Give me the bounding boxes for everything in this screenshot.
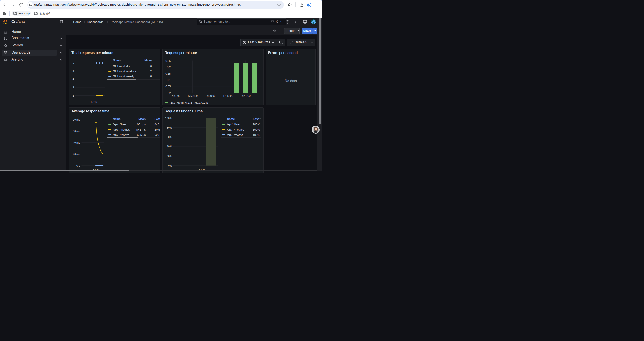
svg-text:4: 4	[72, 78, 74, 81]
svg-text:2: 2	[72, 94, 74, 97]
svg-text:40 ms: 40 ms	[73, 141, 80, 144]
svg-text:0.2: 0.2	[167, 66, 170, 69]
svg-text:17:38:00: 17:38:00	[188, 94, 198, 97]
svg-text:5: 5	[72, 69, 74, 72]
svg-text:0.05: 0.05	[166, 85, 171, 88]
svg-text:0: 0	[169, 91, 170, 94]
svg-text:17:41:00: 17:41:00	[240, 94, 250, 97]
svg-text:17:40: 17:40	[90, 101, 97, 104]
svg-text:3: 3	[72, 86, 74, 89]
svg-text:0 s: 0 s	[76, 164, 80, 167]
svg-text:17:40:00: 17:40:00	[223, 94, 233, 97]
svg-text:0%: 0%	[168, 164, 172, 167]
svg-text:0.25: 0.25	[166, 60, 171, 63]
svg-text:80 ms: 80 ms	[73, 118, 80, 121]
svg-text:17:37:00: 17:37:00	[170, 94, 180, 97]
svg-text:100%: 100%	[165, 117, 172, 120]
svg-text:0.1: 0.1	[167, 79, 170, 82]
svg-text:60 ms: 60 ms	[73, 130, 80, 133]
svg-text:0.15: 0.15	[166, 72, 171, 75]
svg-text:17:39:00: 17:39:00	[205, 94, 216, 97]
svg-text:80%: 80%	[166, 126, 172, 129]
svg-text:20 ms: 20 ms	[73, 153, 80, 156]
svg-text:6: 6	[72, 62, 74, 65]
svg-text:40%: 40%	[166, 145, 172, 148]
svg-text:20%: 20%	[166, 154, 172, 158]
svg-text:60%: 60%	[166, 135, 172, 138]
